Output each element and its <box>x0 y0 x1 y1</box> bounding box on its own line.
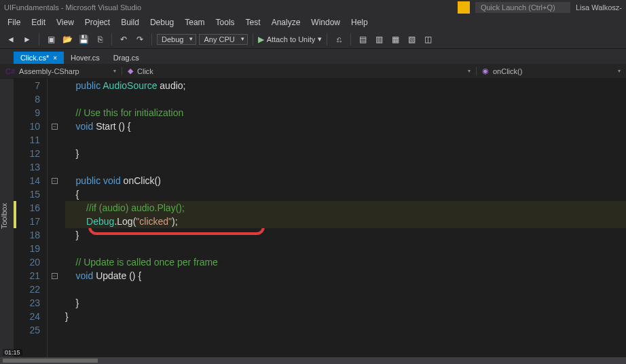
attach-button[interactable]: Attach to Unity ▾ <box>267 35 323 43</box>
play-icon[interactable]: ▶ <box>258 35 264 44</box>
code-line[interactable] <box>65 323 626 337</box>
menu-analyze[interactable]: Analyze <box>267 16 306 29</box>
feedback-icon[interactable] <box>458 1 470 14</box>
tab-clickcs[interactable]: Click.cs*× <box>14 52 64 64</box>
menu-window[interactable]: Window <box>306 16 345 29</box>
menu-help[interactable]: Help <box>346 16 373 29</box>
method-icon: ◉ <box>482 67 489 75</box>
code-line[interactable]: //if (audio) audio.Play(); <box>65 201 626 215</box>
code-editor[interactable]: 78910111213141516171819202122232425 −−− … <box>14 79 626 357</box>
code-line[interactable]: public AudioSource audio; <box>65 79 626 92</box>
code-line[interactable]: } <box>65 228 626 242</box>
code-line[interactable]: public void onClick() <box>65 174 626 187</box>
document-tabs: Click.cs*×Hover.csDrag.cs <box>0 49 626 64</box>
code-line[interactable] <box>65 133 626 147</box>
code-area[interactable]: public AudioSource audio; // Use this fo… <box>61 79 626 357</box>
title-bar: UIFundamentals - Microsoft Visual Studio… <box>0 0 626 15</box>
fold-toggle[interactable]: − <box>52 124 58 130</box>
tb-icon-1[interactable]: ▤ <box>356 33 369 46</box>
menu-debug[interactable]: Debug <box>145 16 179 29</box>
code-line[interactable]: } <box>65 147 626 160</box>
code-line[interactable]: // Update is called once per frame <box>65 255 626 269</box>
code-line[interactable]: { <box>65 187 626 201</box>
redo-icon[interactable]: ↷ <box>133 33 147 46</box>
menu-team[interactable]: Team <box>180 16 209 29</box>
code-line[interactable] <box>65 283 626 296</box>
code-line[interactable] <box>65 242 626 255</box>
csharp-icon: C# <box>5 67 15 75</box>
signed-in-user[interactable]: Lisa Walkosz- <box>576 3 622 12</box>
save-all-icon[interactable]: ⎘ <box>93 33 107 46</box>
code-line[interactable]: Debug.Log("clicked"); <box>65 215 626 228</box>
window-title: UIFundamentals - Microsoft Visual Studio <box>4 3 458 12</box>
save-icon[interactable]: 💾 <box>77 33 90 46</box>
tb-icon-5[interactable]: ◫ <box>421 33 435 46</box>
menu-project[interactable]: Project <box>80 16 115 29</box>
code-line[interactable] <box>65 160 626 174</box>
fold-toggle[interactable]: − <box>52 178 58 184</box>
undo-icon[interactable]: ↶ <box>117 33 130 46</box>
new-file-icon[interactable]: ▣ <box>44 33 58 46</box>
playback-timestamp: 01:15 <box>3 349 22 356</box>
close-icon[interactable]: × <box>53 54 57 62</box>
toolbox-panel-tab[interactable]: Toolbox <box>0 79 14 357</box>
nav-fwd-icon[interactable]: ► <box>20 33 34 46</box>
horizontal-scrollbar[interactable] <box>0 357 626 364</box>
tb-icon-2[interactable]: ▥ <box>372 33 386 46</box>
menu-edit[interactable]: Edit <box>26 16 50 29</box>
platform-dropdown[interactable]: Any CPU <box>199 34 247 45</box>
menu-build[interactable]: Build <box>116 16 144 29</box>
code-line[interactable] <box>65 92 626 106</box>
menu-test[interactable]: Test <box>241 16 265 29</box>
config-dropdown[interactable]: Debug <box>157 34 196 45</box>
menu-view[interactable]: View <box>52 16 79 29</box>
menu-file[interactable]: File <box>3 16 25 29</box>
code-line[interactable]: void Update () { <box>65 269 626 283</box>
tab-dragcs[interactable]: Drag.cs <box>107 52 146 64</box>
nav-assembly[interactable]: C# Assembly-CSharp▾ <box>0 67 122 75</box>
navigation-bar: C# Assembly-CSharp▾ ◆ Click▾ ◉ onClick()… <box>0 64 626 79</box>
code-line[interactable]: // Use this for initialization <box>65 106 626 120</box>
step-icon[interactable]: ⎌ <box>332 33 346 46</box>
fold-column[interactable]: −−− <box>48 79 61 357</box>
menu-bar: FileEditViewProjectBuildDebugTeamToolsTe… <box>0 15 626 30</box>
fold-toggle[interactable]: − <box>52 273 58 279</box>
code-line[interactable]: } <box>65 310 626 323</box>
open-icon[interactable]: 📂 <box>60 33 74 46</box>
tb-icon-4[interactable]: ▧ <box>405 33 418 46</box>
code-line[interactable]: void Start () { <box>65 120 626 133</box>
code-line[interactable]: } <box>65 296 626 310</box>
nav-class[interactable]: ◆ Click▾ <box>122 67 477 75</box>
nav-back-icon[interactable]: ◄ <box>4 33 18 46</box>
menu-tools[interactable]: Tools <box>211 16 240 29</box>
nav-method[interactable]: ◉ onClick()▾ <box>477 67 626 75</box>
quick-launch-input[interactable]: Quick Launch (Ctrl+Q) <box>475 2 570 13</box>
tab-hovercs[interactable]: Hover.cs <box>64 52 107 64</box>
line-number-gutter: 78910111213141516171819202122232425 <box>14 79 48 357</box>
tb-icon-3[interactable]: ▦ <box>388 33 402 46</box>
class-icon: ◆ <box>128 67 133 75</box>
toolbar: ◄ ► ▣ 📂 💾 ⎘ ↶ ↷ Debug Any CPU ▶ Attach t… <box>0 30 626 49</box>
